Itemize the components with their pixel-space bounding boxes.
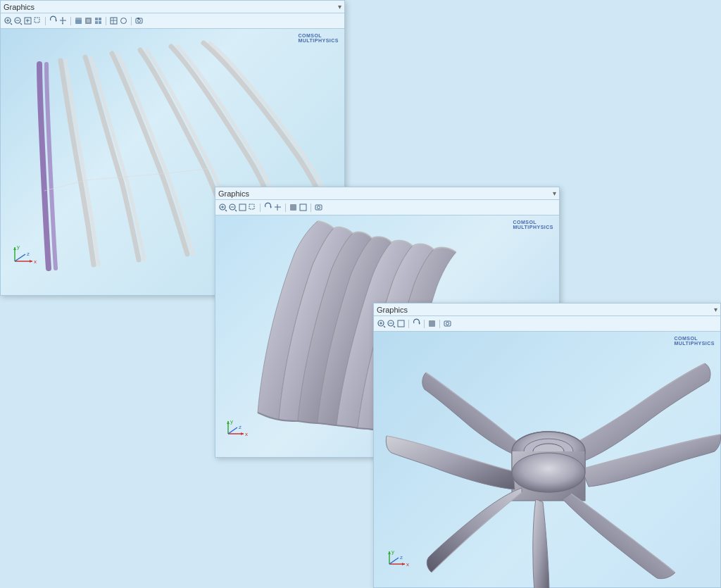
- pan-icon-2[interactable]: [273, 203, 282, 212]
- svg-rect-21: [99, 18, 101, 20]
- svg-rect-22: [95, 21, 98, 24]
- svg-text:y: y: [17, 244, 20, 250]
- rotate-icon-2[interactable]: [263, 203, 272, 212]
- titlebar-3: Graphics ▾: [374, 304, 720, 316]
- svg-rect-24: [111, 18, 117, 24]
- svg-rect-55: [290, 204, 296, 211]
- titlebar-1: Graphics ▾: [1, 1, 344, 13]
- view-icon-1[interactable]: [109, 16, 118, 25]
- render-icon-3[interactable]: [94, 16, 103, 25]
- screenshot-icon[interactable]: [134, 16, 144, 25]
- svg-point-85: [512, 453, 585, 492]
- svg-text:z: z: [27, 251, 30, 257]
- view-icon-2[interactable]: [119, 16, 128, 25]
- svg-rect-74: [398, 320, 404, 327]
- toolbar-1: [1, 13, 344, 29]
- svg-rect-17: [75, 18, 82, 20]
- comsol-logo-2: COMSOLMULTIPHYSICS: [513, 220, 553, 230]
- zoom-out-icon-2[interactable]: [228, 203, 237, 212]
- svg-marker-63: [227, 421, 230, 424]
- zoom-fit-icon-2[interactable]: [238, 203, 247, 212]
- svg-rect-50: [239, 204, 246, 211]
- svg-rect-23: [99, 21, 101, 24]
- svg-rect-56: [300, 204, 306, 211]
- svg-marker-14: [62, 17, 63, 18]
- svg-marker-90: [388, 551, 391, 554]
- svg-rect-10: [35, 18, 39, 23]
- svg-line-1: [11, 23, 12, 25]
- svg-marker-36: [30, 260, 32, 263]
- svg-text:z: z: [400, 554, 403, 561]
- rotate-icon-3[interactable]: [412, 319, 421, 328]
- svg-rect-30: [137, 18, 139, 19]
- svg-line-72: [394, 326, 395, 327]
- svg-rect-51: [249, 204, 254, 209]
- impeller-svg: x y z: [374, 332, 721, 588]
- svg-line-92: [389, 558, 399, 564]
- zoom-in-icon[interactable]: [4, 16, 13, 25]
- graphics-window-3[interactable]: Graphics ▾ COMSOLMULTIPHYSICS: [373, 303, 721, 588]
- svg-line-41: [15, 254, 25, 261]
- pan-icon[interactable]: [58, 16, 68, 25]
- render-icon-2[interactable]: [84, 16, 93, 25]
- svg-text:y: y: [230, 418, 233, 425]
- window-close-3[interactable]: ▾: [714, 306, 717, 313]
- svg-point-58: [318, 206, 320, 209]
- screenshot-icon-2[interactable]: [314, 203, 323, 212]
- svg-marker-15: [62, 23, 63, 25]
- svg-rect-20: [95, 18, 98, 20]
- svg-line-68: [384, 326, 385, 327]
- window-close-2[interactable]: ▾: [553, 189, 556, 197]
- svg-line-44: [225, 210, 227, 211]
- render-icon-3a[interactable]: [427, 319, 437, 328]
- svg-text:y: y: [391, 549, 394, 555]
- render-icon-2a[interactable]: [289, 203, 298, 212]
- window-close-1[interactable]: ▾: [338, 3, 341, 11]
- comsol-logo-1: COMSOLMULTIPHYSICS: [298, 33, 339, 43]
- zoom-fit-icon[interactable]: [23, 16, 32, 25]
- svg-line-48: [235, 210, 237, 211]
- zoom-out-icon[interactable]: [13, 16, 23, 25]
- svg-text:x: x: [245, 431, 248, 437]
- svg-rect-19: [87, 19, 90, 23]
- canvas-3: COMSOLMULTIPHYSICS: [374, 332, 720, 587]
- svg-text:x: x: [34, 258, 37, 265]
- toolbar-2: [215, 200, 559, 215]
- render-icon-2b[interactable]: [299, 203, 308, 212]
- svg-rect-76: [429, 320, 435, 327]
- toolbar-3: [374, 316, 720, 332]
- screenshot-icon-3[interactable]: [443, 319, 452, 328]
- render-icon-1[interactable]: [74, 16, 83, 25]
- svg-point-29: [138, 20, 141, 23]
- svg-line-5: [20, 23, 22, 25]
- svg-marker-39: [13, 247, 16, 250]
- zoom-fit-icon-3[interactable]: [396, 319, 406, 328]
- zoom-in-icon-3[interactable]: [377, 319, 386, 328]
- svg-marker-87: [402, 563, 405, 565]
- zoom-select-icon-2[interactable]: [248, 203, 257, 212]
- svg-point-78: [446, 323, 449, 325]
- zoom-select-icon[interactable]: [33, 16, 42, 25]
- titlebar-2: Graphics ▾: [215, 187, 559, 200]
- window-title-2: Graphics: [218, 189, 249, 198]
- comsol-logo-3: COMSOLMULTIPHYSICS: [674, 336, 715, 346]
- zoom-out-icon-3[interactable]: [387, 319, 396, 328]
- svg-line-65: [228, 427, 237, 434]
- window-title-3: Graphics: [377, 306, 408, 314]
- svg-point-27: [121, 18, 127, 24]
- window-title-1: Graphics: [4, 3, 35, 11]
- svg-marker-60: [241, 432, 244, 435]
- rotate-icon[interactable]: [49, 16, 58, 25]
- zoom-in-icon-2[interactable]: [218, 203, 227, 212]
- svg-text:x: x: [406, 561, 409, 568]
- svg-text:z: z: [239, 424, 242, 430]
- svg-rect-16: [75, 19, 82, 24]
